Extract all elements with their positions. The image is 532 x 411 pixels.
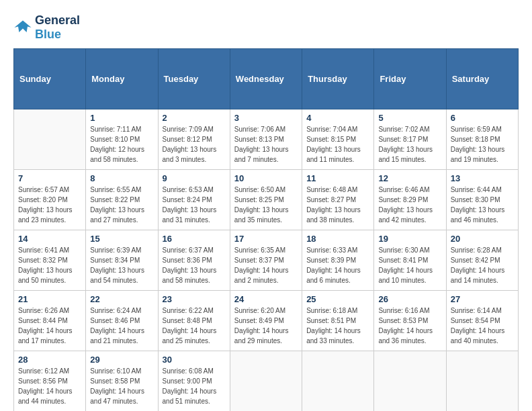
- day-info: Sunrise: 7:06 AMSunset: 8:13 PMDaylight:…: [234, 124, 298, 165]
- day-number: 9: [163, 173, 226, 183]
- calendar-cell: 25Sunrise: 6:18 AMSunset: 8:51 PMDayligh…: [302, 291, 374, 351]
- day-info: Sunrise: 6:48 AMSunset: 8:27 PMDaylight:…: [306, 185, 369, 225]
- weekday-header-wednesday: Wednesday: [230, 49, 302, 109]
- day-info: Sunrise: 6:35 AMSunset: 8:37 PMDaylight:…: [234, 245, 298, 285]
- calendar-cell: 23Sunrise: 6:22 AMSunset: 8:48 PMDayligh…: [158, 291, 230, 351]
- day-info: Sunrise: 6:53 AMSunset: 8:24 PMDaylight:…: [163, 185, 226, 225]
- calendar-cell: 20Sunrise: 6:28 AMSunset: 8:42 PMDayligh…: [446, 230, 518, 291]
- day-info: Sunrise: 6:10 AMSunset: 8:58 PMDaylight:…: [90, 366, 153, 406]
- weekday-header-thursday: Thursday: [302, 49, 374, 109]
- day-number: 8: [90, 173, 153, 183]
- calendar-cell: 3Sunrise: 7:06 AMSunset: 8:13 PMDaylight…: [230, 109, 302, 170]
- day-number: 7: [18, 173, 81, 183]
- day-info: Sunrise: 7:02 AMSunset: 8:17 PMDaylight:…: [378, 124, 441, 165]
- calendar-cell: [14, 109, 86, 170]
- day-number: 26: [378, 294, 441, 304]
- calendar-cell: 13Sunrise: 6:44 AMSunset: 8:30 PMDayligh…: [446, 170, 518, 230]
- calendar-cell: [230, 351, 302, 412]
- day-info: Sunrise: 6:46 AMSunset: 8:29 PMDaylight:…: [378, 185, 441, 225]
- day-info: Sunrise: 7:11 AMSunset: 8:10 PMDaylight:…: [90, 124, 153, 165]
- day-info: Sunrise: 6:22 AMSunset: 8:48 PMDaylight:…: [163, 306, 226, 346]
- day-number: 23: [163, 294, 226, 304]
- calendar-table: SundayMondayTuesdayWednesdayThursdayFrid…: [13, 48, 519, 411]
- day-number: 29: [90, 355, 153, 365]
- day-info: Sunrise: 6:41 AMSunset: 8:32 PMDaylight:…: [18, 245, 81, 285]
- weekday-header-monday: Monday: [86, 49, 158, 109]
- calendar-cell: 8Sunrise: 6:55 AMSunset: 8:22 PMDaylight…: [86, 170, 158, 230]
- day-number: 15: [90, 234, 153, 244]
- calendar-cell: 16Sunrise: 6:37 AMSunset: 8:36 PMDayligh…: [158, 230, 230, 291]
- day-number: 24: [234, 294, 298, 304]
- calendar-cell: 7Sunrise: 6:57 AMSunset: 8:20 PMDaylight…: [14, 170, 86, 230]
- day-number: 5: [378, 113, 441, 123]
- calendar-cell: 15Sunrise: 6:39 AMSunset: 8:34 PMDayligh…: [86, 230, 158, 291]
- day-number: 16: [163, 234, 226, 244]
- day-number: 11: [306, 173, 369, 183]
- page-header: General Blue: [13, 13, 519, 42]
- day-number: 17: [234, 234, 298, 244]
- day-info: Sunrise: 6:14 AMSunset: 8:54 PMDaylight:…: [451, 306, 514, 346]
- calendar-cell: 26Sunrise: 6:16 AMSunset: 8:53 PMDayligh…: [374, 291, 446, 351]
- day-info: Sunrise: 6:30 AMSunset: 8:41 PMDaylight:…: [378, 245, 441, 285]
- day-info: Sunrise: 6:50 AMSunset: 8:25 PMDaylight:…: [234, 185, 298, 225]
- calendar-cell: 14Sunrise: 6:41 AMSunset: 8:32 PMDayligh…: [14, 230, 86, 291]
- day-info: Sunrise: 7:04 AMSunset: 8:15 PMDaylight:…: [306, 124, 369, 165]
- calendar-cell: 24Sunrise: 6:20 AMSunset: 8:49 PMDayligh…: [230, 291, 302, 351]
- day-number: 25: [306, 294, 369, 304]
- day-number: 21: [18, 294, 81, 304]
- day-number: 20: [451, 234, 514, 244]
- day-number: 19: [378, 234, 441, 244]
- day-info: Sunrise: 6:08 AMSunset: 9:00 PMDaylight:…: [163, 366, 226, 406]
- day-number: 4: [306, 113, 369, 123]
- calendar-cell: 2Sunrise: 7:09 AMSunset: 8:12 PMDaylight…: [158, 109, 230, 170]
- calendar-cell: 6Sunrise: 6:59 AMSunset: 8:18 PMDaylight…: [446, 109, 518, 170]
- logo-text: General Blue: [35, 13, 80, 42]
- day-number: 18: [306, 234, 369, 244]
- day-number: 1: [90, 113, 153, 123]
- weekday-header-saturday: Saturday: [446, 49, 518, 109]
- day-number: 10: [234, 173, 298, 183]
- calendar-cell: 30Sunrise: 6:08 AMSunset: 9:00 PMDayligh…: [158, 351, 230, 412]
- day-number: 12: [378, 173, 441, 183]
- weekday-header-sunday: Sunday: [14, 49, 86, 109]
- calendar-cell: 12Sunrise: 6:46 AMSunset: 8:29 PMDayligh…: [374, 170, 446, 230]
- svg-marker-0: [14, 21, 31, 33]
- weekday-header-tuesday: Tuesday: [158, 49, 230, 109]
- day-info: Sunrise: 6:37 AMSunset: 8:36 PMDaylight:…: [163, 245, 226, 285]
- calendar-cell: 28Sunrise: 6:12 AMSunset: 8:56 PMDayligh…: [14, 351, 86, 412]
- calendar-cell: 1Sunrise: 7:11 AMSunset: 8:10 PMDaylight…: [86, 109, 158, 170]
- calendar-cell: 11Sunrise: 6:48 AMSunset: 8:27 PMDayligh…: [302, 170, 374, 230]
- calendar-cell: 17Sunrise: 6:35 AMSunset: 8:37 PMDayligh…: [230, 230, 302, 291]
- day-info: Sunrise: 6:59 AMSunset: 8:18 PMDaylight:…: [451, 124, 514, 165]
- day-info: Sunrise: 6:33 AMSunset: 8:39 PMDaylight:…: [306, 245, 369, 285]
- day-info: Sunrise: 6:26 AMSunset: 8:44 PMDaylight:…: [18, 306, 81, 346]
- calendar-cell: 10Sunrise: 6:50 AMSunset: 8:25 PMDayligh…: [230, 170, 302, 230]
- calendar-cell: 29Sunrise: 6:10 AMSunset: 8:58 PMDayligh…: [86, 351, 158, 412]
- calendar-cell: 19Sunrise: 6:30 AMSunset: 8:41 PMDayligh…: [374, 230, 446, 291]
- calendar-cell: 27Sunrise: 6:14 AMSunset: 8:54 PMDayligh…: [446, 291, 518, 351]
- day-info: Sunrise: 6:12 AMSunset: 8:56 PMDaylight:…: [18, 366, 81, 406]
- day-number: 14: [18, 234, 81, 244]
- day-info: Sunrise: 6:39 AMSunset: 8:34 PMDaylight:…: [90, 245, 153, 285]
- calendar-cell: 22Sunrise: 6:24 AMSunset: 8:46 PMDayligh…: [86, 291, 158, 351]
- calendar-cell: [374, 351, 446, 412]
- day-number: 28: [18, 355, 81, 365]
- day-info: Sunrise: 6:28 AMSunset: 8:42 PMDaylight:…: [451, 245, 514, 285]
- day-info: Sunrise: 6:55 AMSunset: 8:22 PMDaylight:…: [90, 185, 153, 225]
- weekday-header-friday: Friday: [374, 49, 446, 109]
- calendar-cell: [302, 351, 374, 412]
- day-number: 27: [451, 294, 514, 304]
- day-info: Sunrise: 6:57 AMSunset: 8:20 PMDaylight:…: [18, 185, 81, 225]
- calendar-cell: 18Sunrise: 6:33 AMSunset: 8:39 PMDayligh…: [302, 230, 374, 291]
- logo-icon: [13, 18, 32, 37]
- day-number: 13: [451, 173, 514, 183]
- calendar-cell: 4Sunrise: 7:04 AMSunset: 8:15 PMDaylight…: [302, 109, 374, 170]
- calendar-cell: 9Sunrise: 6:53 AMSunset: 8:24 PMDaylight…: [158, 170, 230, 230]
- day-number: 3: [234, 113, 298, 123]
- day-info: Sunrise: 6:20 AMSunset: 8:49 PMDaylight:…: [234, 306, 298, 346]
- day-number: 2: [163, 113, 226, 123]
- logo: General Blue: [13, 13, 80, 42]
- calendar-cell: [446, 351, 518, 412]
- day-info: Sunrise: 6:44 AMSunset: 8:30 PMDaylight:…: [451, 185, 514, 225]
- day-number: 22: [90, 294, 153, 304]
